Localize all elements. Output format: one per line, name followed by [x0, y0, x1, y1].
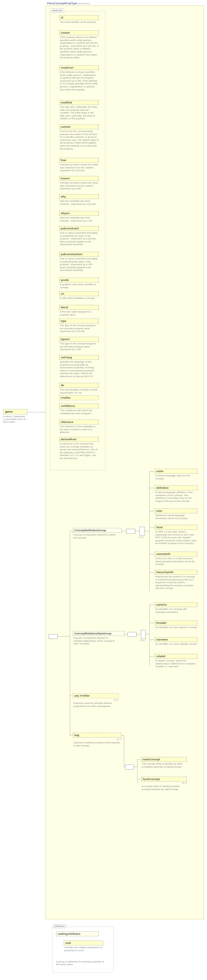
crg-label: ConceptRelationshipsGroup [73, 631, 124, 636]
cdg-label: ConceptDefinitionGroup [73, 528, 121, 533]
any-other-card: 0..∞ [73, 698, 118, 701]
attr-desc: The directionality of textual content (e… [59, 388, 99, 394]
attr-pubconstrainturi: pubconstrainturiOne or many constraints … [59, 252, 99, 272]
ranking-group-label: rankingAttributes [56, 931, 99, 936]
attr-creatoruri: creatoruriIf the attribute is empty, spe… [59, 65, 99, 91]
attr-label: relevance [59, 420, 99, 425]
attr-why: whyWhy the metadata has been included - … [59, 194, 99, 205]
rank-attr: rank Indicates the relative importance o… [64, 940, 103, 952]
attr-label: derivedfrom [59, 437, 99, 442]
attr-howuri: howuriIndicates by which means the value… [59, 176, 99, 190]
attr-label: ##other [59, 395, 99, 400]
el-desc: Additional natural language information … [155, 514, 197, 520]
attr-label: how [59, 158, 99, 162]
seq-root [49, 634, 58, 639]
attr-confidence: confidenceThe confidence with which the … [59, 404, 99, 415]
concept-relationships-group: ConceptRelationshipsGroup A group of pro… [73, 631, 124, 645]
attr-desc: Why the metadata has been included - exp… [59, 216, 99, 222]
attr-desc: The type of the concept assigned as cont… [59, 324, 99, 333]
el-label: related [155, 654, 197, 659]
ranking-group: rankingAttributes [56, 931, 99, 936]
el-label: broader [155, 620, 197, 625]
attr-derivedfrom: derivedfromA reference to the concept fr… [59, 437, 99, 460]
el-label: facet [155, 525, 197, 530]
attr-label: howuri [59, 176, 99, 181]
bag-card: 0..∞ [73, 738, 121, 741]
el-desc: Represents the position of a concept in … [155, 575, 197, 590]
attr-typeuri: typeuriThe type of the concept assigned … [59, 337, 99, 351]
attr-qcode: qcodeA qualified code which identifies a… [59, 278, 99, 289]
el-label: remoteInfo [155, 552, 197, 557]
el-desc: A concept which is faceting another conc… [141, 785, 187, 791]
el-desc: A natural language definition of the sem… [155, 491, 197, 503]
ranking-attr-header: attributes [53, 924, 66, 928]
attr-desc: A reference to the concept from which th… [59, 442, 99, 460]
attr-desc: If the property value is not defined, sp… [59, 36, 99, 59]
attr-dir: dirThe directionality of textual content… [59, 383, 99, 394]
genre-label: genre [3, 409, 27, 414]
attr-modified: modifiedThe date (and, optionally, the t… [59, 100, 99, 120]
attr---other: ##other [59, 395, 99, 400]
attr-id: idThe local identifier of the property. [59, 15, 99, 24]
el-label: definition [155, 485, 197, 490]
attr-desc: A qualified code which identifies a conc… [59, 283, 99, 289]
crg-desc: A group of properties required to indica… [73, 636, 116, 645]
el-narrower: narrowerAn identifier of a more specific… [155, 637, 197, 646]
attr-label: id [59, 15, 99, 20]
attr-desc: The confidence with which the metadata h… [59, 409, 99, 415]
attr-desc: Specifies the language of this property … [59, 360, 99, 378]
attr-label: creatoruri [59, 65, 99, 70]
el-label: narrower [155, 637, 197, 642]
el-mainconcept: mainConceptThe concept which is faceted … [141, 757, 187, 768]
rank-label: rank [64, 940, 103, 945]
root-type-label: Flex1ConceptPropType [47, 2, 77, 5]
el-desc: A related concept, where the relationshi… [155, 659, 197, 668]
attr-desc: Why the metadata has been included - exp… [59, 200, 99, 205]
attr-type: typeThe type of the concept assigned as … [59, 318, 99, 333]
el-definition: definitionA natural language definition … [155, 485, 197, 503]
attr-label: xml:lang [59, 355, 99, 360]
any-other-desc: Extension point for provider-defined pro… [73, 702, 118, 708]
attr-label: pubconstrainturi [59, 252, 99, 257]
ranking-group-desc: A group of attributes for ranking proper… [56, 960, 105, 966]
attr-desc: The type of the concept assigned as cont… [59, 342, 99, 351]
el-remoteinfo: remoteInfoA link to an item or a web res… [155, 552, 197, 566]
el-broader: broaderAn identifier of a more generic c… [155, 620, 197, 629]
el-note: noteAdditional natural language informat… [155, 509, 197, 520]
cdg-seq [126, 529, 135, 534]
root-type-suffix: (extension) [78, 2, 90, 5]
attr-label: uri [59, 291, 99, 296]
attr-creator: creatorIf the property value is not defi… [59, 30, 99, 59]
el-facet: facetIn NAR 1.8 and later, facet is depr… [155, 525, 197, 545]
el-sameas: sameAsAn identifier of a concept with eq… [155, 602, 197, 614]
el-label: sameAs [155, 602, 197, 607]
cdg-choice [140, 527, 145, 536]
cdg-desc: A group of properties required to define… [73, 533, 116, 539]
attr-desc: The relevance of the metadata to the new… [59, 425, 99, 434]
el-desc: In NAR 1.8 and later, facet is deprecate… [155, 530, 197, 545]
attr-literal: literalA free-text value assigned as pro… [59, 305, 99, 316]
attr-desc: A free-text value assigned as property v… [59, 310, 99, 316]
el-label: facetConcept [141, 777, 187, 781]
el-desc: The concept which is faceted by other co… [141, 762, 187, 768]
cdg-card: 0..∞ [139, 536, 143, 539]
attr-desc: The local identifier of the property. [59, 21, 99, 24]
attr-label: dir [59, 383, 99, 388]
bag-label: bag [73, 733, 121, 738]
concept-definition-group: ConceptDefinitionGroup A group of proper… [73, 528, 121, 539]
bag-seq [125, 765, 134, 770]
attr-uri: uriA URI which identifies a concept [59, 291, 99, 300]
any-other-label: any ##other [73, 693, 118, 698]
attr-desc: Indicates by which means the value was e… [59, 163, 99, 172]
el-desc: A link to an item or a web resource whic… [155, 557, 197, 566]
attr-label: type [59, 318, 99, 323]
attr-label: creator [59, 30, 99, 35]
el-label: hierarchyInfo [155, 570, 197, 575]
attr-label: pubconstraint [59, 226, 99, 231]
el-hierarchyinfo: hierarchyInfoRepresents the position of … [155, 570, 197, 590]
el-label: name [155, 469, 197, 474]
attr-label: why [59, 194, 99, 199]
el-label: mainConcept [141, 757, 187, 762]
attr-label: confidence [59, 404, 99, 408]
el-label: note [155, 509, 197, 513]
